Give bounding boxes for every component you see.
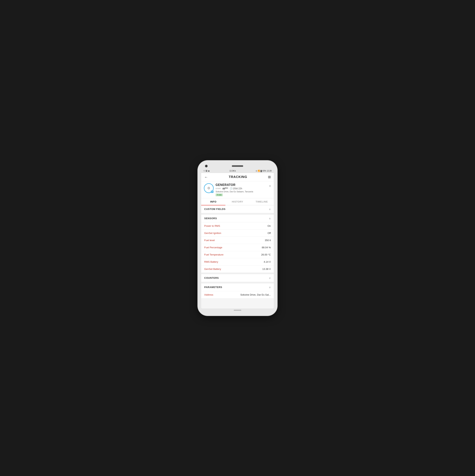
clock: 12:28	[267, 170, 271, 172]
status-right: ⊙ 📶 ▓ 83% 12:28	[256, 170, 271, 172]
card-collapse-button[interactable]: ∧	[269, 184, 271, 187]
status-bar: ▽ 🖼 ◉ 13.3K/s ⊙ 📶 ▓ 83% 12:28	[201, 169, 274, 173]
device-duration: 🕐 150d 22h	[230, 187, 242, 190]
content-area: CUSTOM FIELDS ∨ SENSORS ∧ Power to RMS O…	[201, 205, 274, 308]
page-title: TRACKING	[229, 175, 247, 179]
signal-wifi-icon: ⊙	[256, 170, 257, 172]
phone-screen: ▽ 🖼 ◉ 13.3K/s ⊙ 📶 ▓ 83% 12:28 ← TRACKING…	[201, 169, 274, 308]
sensor-value-fuel-level: 350 lt	[265, 239, 271, 242]
counters-header[interactable]: COUNTERS ∨	[201, 274, 274, 282]
divider-3	[201, 282, 274, 284]
custom-fields-title: CUSTOM FIELDS	[204, 208, 225, 210]
sensor-label-genset-battery: GenSet Battery	[204, 268, 221, 271]
sensor-row-genset-battery: GenSet Battery 13.38 V	[201, 266, 274, 273]
device-icon-wrap: ⚙ P	[204, 183, 214, 193]
tabs-row: INFO HISTORY TIMELINE	[201, 198, 274, 205]
sensor-value-fuel-percentage: 88.04 %	[262, 246, 271, 249]
device-time-badge: 4 min	[216, 193, 223, 196]
sensor-row-rms-battery: RMS Battery 4.14 V	[201, 258, 274, 266]
sensor-label-rms-battery: RMS Battery	[204, 260, 218, 263]
sensor-label-fuel-level: Fuel level	[204, 239, 215, 242]
tab-timeline[interactable]: TIMELINE	[250, 198, 274, 205]
device-info: GENERATOR start 05Dec 🕐 150d 22h Sokoine…	[216, 183, 267, 196]
param-value-address: Sokoine Drive, Dar Es Sal...	[240, 293, 271, 296]
sensors-header[interactable]: SENSORS ∧	[201, 215, 274, 222]
phone-frame: ▽ 🖼 ◉ 13.3K/s ⊙ 📶 ▓ 83% 12:28 ← TRACKING…	[198, 161, 277, 316]
tab-info[interactable]: INFO	[201, 198, 225, 205]
sensors-title: SENSORS	[204, 217, 217, 220]
counters-chevron: ∨	[269, 276, 271, 279]
sensor-value-genset-battery: 13.38 V	[262, 268, 271, 271]
sensor-value-genset-ignition: Off	[268, 232, 271, 235]
status-icons: ▽ 🖼 ◉	[204, 170, 210, 172]
param-label-address: Address	[204, 293, 213, 296]
map-icon[interactable]: ⊞	[268, 175, 271, 179]
device-meta: start 05Dec 🕐 150d 22h	[216, 187, 267, 190]
sensor-label-power-rms: Power to RMS	[204, 224, 220, 227]
sensor-value-power-rms: On	[268, 224, 271, 227]
back-button[interactable]: ←	[204, 175, 208, 179]
sensor-row-genset-ignition: GenSet Ignition Off	[201, 230, 274, 237]
param-row-address: Address Sokoine Drive, Dar Es Sal...	[201, 291, 274, 298]
sensors-chevron: ∧	[269, 217, 271, 220]
device-icon: ⚙	[207, 186, 210, 190]
device-card: ⚙ P GENERATOR start 05Dec 🕐 150d 22h Sok…	[201, 181, 274, 198]
parameters-chevron: ∨	[269, 286, 271, 289]
counters-title: COUNTERS	[204, 276, 219, 279]
parameters-header[interactable]: PARAMETERS ∨	[201, 284, 274, 291]
sensor-label-genset-ignition: GenSet Ignition	[204, 232, 221, 235]
sensor-row-fuel-level: Fuel level 350 lt	[201, 237, 274, 244]
app-header: ← TRACKING ⊞	[201, 173, 274, 181]
parameters-title: PARAMETERS	[204, 286, 222, 289]
sensor-value-rms-battery: 4.14 V	[264, 260, 271, 263]
device-name: GENERATOR	[216, 183, 267, 187]
front-camera	[205, 165, 208, 167]
phone-bottom	[201, 308, 274, 312]
sensor-label-fuel-temperature: Fuel Temperature	[204, 253, 223, 256]
status-speed: 13.3K/s	[229, 170, 236, 172]
start-label: start	[216, 187, 221, 189]
device-badge: P	[211, 191, 214, 193]
clock-icon: 🕐	[230, 187, 232, 190]
tab-history[interactable]: HISTORY	[225, 198, 250, 205]
sensor-row-fuel-temperature: Fuel Temperature 26.00 °C	[201, 251, 274, 258]
battery-icon: ▓ 83%	[261, 170, 266, 172]
speaker	[232, 165, 243, 167]
divider-2	[201, 273, 274, 274]
sensor-row-power-rms: Power to RMS On	[201, 222, 274, 230]
phone-top-bar	[201, 164, 274, 169]
start-date: 05Dec	[222, 187, 228, 190]
status-left: ▽ 🖼 ◉	[204, 170, 210, 172]
custom-fields-header[interactable]: CUSTOM FIELDS ∨	[201, 205, 274, 213]
divider-1	[201, 213, 274, 215]
sensor-label-fuel-percentage: Fuel Percentage	[204, 246, 222, 249]
home-indicator	[234, 310, 241, 311]
device-address: Sokoine Drive, Dar Es Salaam, Tanzania	[216, 190, 267, 193]
custom-fields-chevron: ∨	[269, 208, 271, 211]
sensor-value-fuel-temperature: 26.00 °C	[261, 253, 271, 256]
signal-bars-icon: 📶	[258, 170, 260, 172]
sensor-row-fuel-percentage: Fuel Percentage 88.04 %	[201, 244, 274, 251]
